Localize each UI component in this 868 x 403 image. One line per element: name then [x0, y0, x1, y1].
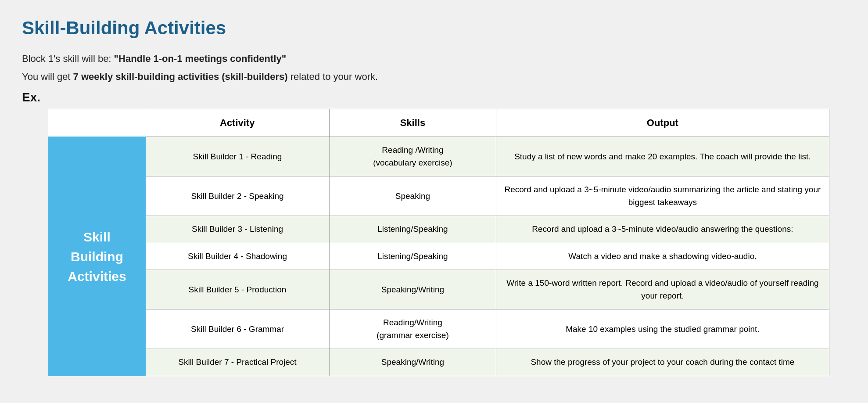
output-cell: Write a 150-word written report. Record … [496, 270, 829, 309]
activity-cell: Skill Builder 3 - Listening [145, 216, 330, 243]
skills-cell: Listening/Speaking [330, 216, 496, 243]
sidebar-cell: SkillBuildingActivities [49, 137, 145, 376]
intro-line1: Block 1's skill will be: "Handle 1-on-1 … [22, 51, 846, 66]
table-wrapper: Activity Skills Output SkillBuildingActi… [48, 109, 846, 376]
th-activity: Activity [145, 109, 330, 137]
table-row: Skill Builder 5 - ProductionSpeaking/Wri… [49, 270, 829, 309]
table-row: Skill Builder 2 - SpeakingSpeakingRecord… [49, 176, 829, 216]
page-title: Skill-Building Activities [22, 18, 846, 39]
skills-cell: Speaking [330, 176, 496, 216]
intro-line1-normal: Block 1's skill will be: [22, 53, 114, 64]
skills-cell: Speaking/Writing [330, 349, 496, 376]
table-row: Skill Builder 7 - Practical ProjectSpeak… [49, 349, 829, 376]
output-cell: Record and upload a 3~5-minute video/aud… [496, 216, 829, 243]
intro-line2: You will get 7 weekly skill-building act… [22, 69, 846, 84]
th-output: Output [496, 109, 829, 137]
skills-cell: Speaking/Writing [330, 270, 496, 309]
intro-line2-bold: 7 weekly skill-building activities (skil… [73, 71, 288, 82]
intro-line2-suffix: related to your work. [288, 71, 378, 82]
output-cell: Show the progress of your project to you… [496, 349, 829, 376]
ex-label: Ex. [22, 90, 846, 104]
table-row: Skill Builder 4 - ShadowingListening/Spe… [49, 243, 829, 270]
activity-cell: Skill Builder 1 - Reading [145, 137, 330, 176]
skill-building-table: Activity Skills Output SkillBuildingActi… [48, 109, 829, 376]
activity-cell: Skill Builder 7 - Practical Project [145, 349, 330, 376]
activity-cell: Skill Builder 4 - Shadowing [145, 243, 330, 270]
skills-cell: Listening/Speaking [330, 243, 496, 270]
activity-cell: Skill Builder 2 - Speaking [145, 176, 330, 216]
activity-cell: Skill Builder 6 - Grammar [145, 309, 330, 349]
skills-cell: Reading /Writing (vocabulary exercise) [330, 137, 496, 176]
activity-cell: Skill Builder 5 - Production [145, 270, 330, 309]
output-cell: Make 10 examples using the studied gramm… [496, 309, 829, 349]
th-empty [49, 109, 145, 137]
intro-line1-bold: "Handle 1-on-1 meetings confidently" [114, 53, 286, 64]
output-cell: Watch a video and make a shadowing video… [496, 243, 829, 270]
table-row: Skill Builder 3 - ListeningListening/Spe… [49, 216, 829, 243]
output-cell: Study a list of new words and make 20 ex… [496, 137, 829, 176]
skills-cell: Reading/Writing (grammar exercise) [330, 309, 496, 349]
th-skills: Skills [330, 109, 496, 137]
table-row: Skill Builder 6 - GrammarReading/Writing… [49, 309, 829, 349]
intro-line2-normal: You will get [22, 71, 73, 82]
output-cell: Record and upload a 3~5-minute video/aud… [496, 176, 829, 216]
table-row: SkillBuildingActivitiesSkill Builder 1 -… [49, 137, 829, 176]
